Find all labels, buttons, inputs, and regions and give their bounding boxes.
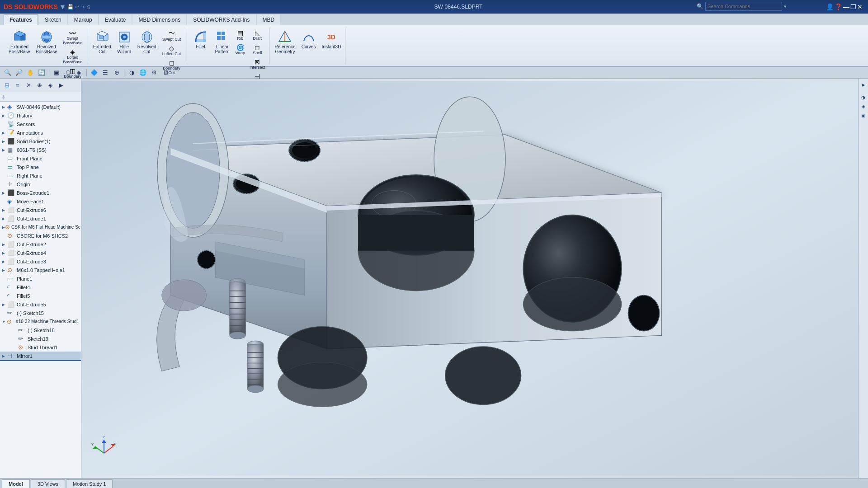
- tree-item-root[interactable]: ▶ ◈ SW-08446 (Default): [0, 103, 81, 111]
- tab-model[interactable]: Model: [2, 479, 30, 488]
- tree-item-material[interactable]: ▶ ▦ 6061-T6 (SS): [0, 145, 81, 154]
- tree-item-move-face1[interactable]: ◈ Move Face1: [0, 197, 81, 206]
- cut-extrude3-icon: ⬜: [7, 258, 15, 265]
- dim-xpert-button[interactable]: ⊕: [34, 80, 44, 90]
- tree-item-cut-extrude1[interactable]: ▶ ⬜ Cut-Extrude1: [0, 214, 81, 223]
- hole-wizard-button[interactable]: HoleWizard: [114, 28, 134, 56]
- tree-item-right-plane[interactable]: ▭ Right Plane: [0, 171, 81, 180]
- tab-mbd-dimensions[interactable]: MBD Dimensions: [132, 14, 186, 25]
- separator3: [124, 69, 124, 76]
- feature-manager-button[interactable]: ⊞: [2, 80, 12, 90]
- tree-item-sketch15[interactable]: ✏ (-) Sketch15: [0, 309, 81, 317]
- pan-button[interactable]: ✋: [25, 68, 35, 78]
- user-icon[interactable]: 👤: [826, 3, 834, 10]
- hide-show-button[interactable]: ☰: [100, 68, 110, 78]
- tree-item-cbore[interactable]: ⊙ CBORE for M6 SHCS2: [0, 231, 81, 240]
- tree-item-sketch18[interactable]: ✏ (-) Sketch18: [0, 326, 81, 334]
- tab-solidworks-addins[interactable]: SOLIDWORKS Add-Ins: [187, 14, 255, 25]
- features-group: Fillet LinearPattern ▤ Rib 🌀 Wrap: [188, 28, 270, 64]
- sketch15-icon: ✏: [7, 310, 15, 316]
- wrap-button[interactable]: 🌀 Wrap: [234, 43, 246, 56]
- tree-item-annotations[interactable]: ▶ 📝 Annotations: [0, 128, 81, 137]
- restore-button[interactable]: ❐: [850, 3, 856, 10]
- tree-item-tapped-hole[interactable]: ▶ ⊙ M6x1.0 Tapped Hole1: [0, 266, 81, 274]
- swept-boss-base-button[interactable]: 〰️ Swept Boss/Base: [61, 28, 85, 47]
- tree-item-fillet5[interactable]: ◜ Fillet5: [0, 291, 81, 300]
- annotations-icon: 📝: [7, 129, 15, 136]
- tab-3d-views[interactable]: 3D Views: [31, 479, 65, 488]
- main-area: ⊞ ≡ ✕ ⊕ ◈ ▶ ⏚ ▶ ◈ SW-08446 (Default) ▶ 🕐…: [0, 79, 868, 478]
- tree-item-boss-extrude1[interactable]: ▶ ⬛ Boss-Extrude1: [0, 188, 81, 197]
- tree-item-machine-threads[interactable]: ▼ ⊙ #10-32 Machine Threads Stud1: [0, 317, 81, 326]
- tree-item-sketch19[interactable]: ✏ Sketch19: [0, 334, 81, 343]
- tree-item-top-plane[interactable]: ▭ Top Plane: [0, 163, 81, 171]
- search-bar[interactable]: 🔍 ▾: [697, 2, 787, 11]
- tree-item-fillet4[interactable]: ◜ Fillet4: [0, 283, 81, 291]
- linear-pattern-button[interactable]: LinearPattern: [212, 28, 232, 56]
- view-orientation-button[interactable]: ⬡: [63, 68, 73, 78]
- tree-item-sensors[interactable]: 📡 Sensors: [0, 120, 81, 128]
- zoom-to-fit-button[interactable]: 🔍: [3, 68, 13, 78]
- tab-sketch[interactable]: Sketch: [39, 14, 67, 25]
- tab-mbd[interactable]: MBD: [257, 14, 281, 25]
- section-view-button[interactable]: ◈: [74, 68, 84, 78]
- rotate-button[interactable]: 🔄: [37, 68, 47, 78]
- svg-rect-54: [230, 282, 246, 335]
- tab-motion-study[interactable]: Motion Study 1: [66, 479, 113, 488]
- revolved-boss-base-button[interactable]: RevolvedBoss/Base: [34, 28, 59, 56]
- tree-item-cut-extrude6[interactable]: ▶ ⬜ Cut-Extrude6: [0, 206, 81, 214]
- view-settings-button[interactable]: 🌐: [138, 68, 148, 78]
- realview-button[interactable]: ⚙: [149, 68, 159, 78]
- curves-button[interactable]: Curves: [299, 28, 319, 51]
- display-states-button[interactable]: 🖥: [160, 68, 170, 78]
- swept-cut-button[interactable]: 〜 Swept Cut: [160, 28, 184, 43]
- tree-item-solid-bodies[interactable]: ▶ ⬛ Solid Bodies(1): [0, 137, 81, 145]
- draft-button[interactable]: ◺ Draft: [248, 28, 267, 42]
- instant3d-button[interactable]: 3D Instant3D: [321, 28, 343, 51]
- tree-item-cut-extrude2[interactable]: ▶ ⬜ Cut-Extrude2: [0, 240, 81, 249]
- expand-button[interactable]: ▶: [56, 80, 66, 90]
- intersect-button[interactable]: ⊠ Intersect: [248, 57, 267, 71]
- viewport[interactable]: X Y Z: [81, 79, 858, 478]
- lofted-boss-base-button[interactable]: ◈ Lofted Boss/Base: [61, 47, 85, 66]
- history-icon: 🕐: [7, 112, 15, 119]
- csk-icon: ⊙: [5, 224, 10, 230]
- tree-item-cut-extrude4[interactable]: ▶ ⬜ Cut-Extrude4: [0, 249, 81, 257]
- reference-geometry-button[interactable]: ReferenceGeometry: [273, 28, 297, 56]
- tab-features[interactable]: Features: [4, 14, 38, 25]
- search-input[interactable]: [705, 2, 782, 11]
- shell-button[interactable]: ◻ Shell: [248, 43, 267, 56]
- extruded-cut-button[interactable]: ExtrudedCut: [92, 28, 113, 56]
- zoom-in-button[interactable]: 🔎: [14, 68, 24, 78]
- tree-item-front-plane[interactable]: ▭ Front Plane: [0, 154, 81, 163]
- tree-item-csk[interactable]: ▶ ⊙ CSK for M6 Flat Head Machine Sc: [0, 223, 81, 231]
- edit-appearance-button[interactable]: ⊕: [112, 68, 122, 78]
- tree-item-history[interactable]: ▶ 🕐 History: [0, 111, 81, 120]
- close-button[interactable]: ✕: [857, 3, 863, 10]
- apply-scene-button[interactable]: ◑: [127, 68, 137, 78]
- standard-views-button[interactable]: ▣: [52, 68, 61, 78]
- property-manager-button[interactable]: ≡: [13, 80, 23, 90]
- help-icon[interactable]: ❓: [835, 3, 842, 10]
- document-title: SW-08446.SLDPRT: [434, 4, 483, 10]
- tree-item-plane1[interactable]: ▭ Plane1: [0, 274, 81, 283]
- tree-item-cut-extrude5[interactable]: ▶ ⬜ Cut-Extrude5: [0, 300, 81, 309]
- tapped-hole-icon: ⊙: [7, 267, 15, 273]
- tree-item-stud-thread1[interactable]: ⊙ Stud Thread1: [0, 343, 81, 352]
- display-manager-button[interactable]: ◈: [45, 80, 55, 90]
- tree-item-cut-extrude3[interactable]: ▶ ⬜ Cut-Extrude3: [0, 257, 81, 266]
- extruded-boss-base-button[interactable]: Extruded Boss/Base: [6, 28, 33, 56]
- tree-item-origin[interactable]: ✛ Origin: [0, 180, 81, 188]
- boss-extrude1-icon: ⬛: [7, 189, 15, 196]
- fillet-button[interactable]: Fillet: [191, 28, 211, 51]
- tab-markup[interactable]: Markup: [68, 14, 98, 25]
- rib-button[interactable]: ▤ Rib: [234, 28, 246, 42]
- lofted-cut-button[interactable]: ◇ Lofted Cut: [160, 44, 184, 57]
- config-manager-button[interactable]: ✕: [24, 80, 33, 90]
- tab-evaluate[interactable]: Evaluate: [99, 14, 132, 25]
- minimize-button[interactable]: —: [843, 3, 849, 10]
- part-icon: ◈: [7, 103, 15, 110]
- revolved-cut-button[interactable]: RevolvedCut: [136, 28, 158, 56]
- tree-item-mirror1[interactable]: ▶ ⊣ Mirror1: [0, 352, 81, 361]
- display-style-button[interactable]: 🔷: [89, 68, 99, 78]
